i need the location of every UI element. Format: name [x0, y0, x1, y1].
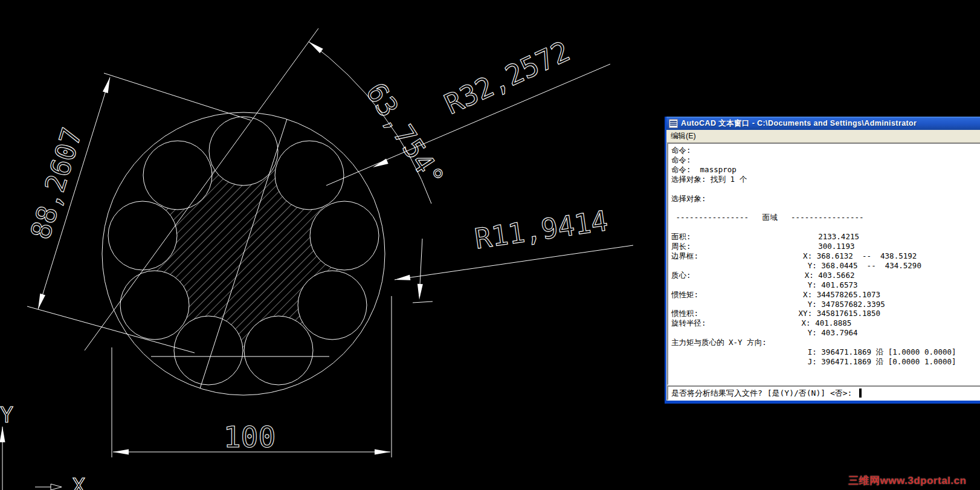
dim-text-radius-inner: R11,9414: [472, 204, 610, 255]
dim-text-radius-outer: R32,2572: [439, 34, 575, 121]
dim-text-length: 100: [224, 420, 276, 454]
console-output-area[interactable]: 命令: 命令: 命令: massprop 选择对象: 找到 1 个 选择对象: …: [667, 143, 980, 385]
window-title: AutoCAD 文本窗口 - C:\Documents and Settings…: [681, 118, 917, 129]
autocad-text-window: AutoCAD 文本窗口 - C:\Documents and Settings…: [665, 117, 980, 404]
angle-ext-stub: [413, 301, 433, 303]
text-cursor: [859, 388, 862, 398]
tangent-line-top: [104, 73, 251, 120]
menu-edit[interactable]: 编辑(E): [666, 131, 700, 142]
dim-text-width: 88,2607: [24, 124, 88, 243]
cad-drawing-viewport[interactable]: 88,2607 R32,2572 R11,9414 63,754° 100 Y …: [0, 0, 668, 490]
autocad-main-canvas: 88,2607 R32,2572 R11,9414 63,754° 100 Y …: [0, 0, 980, 490]
dim-text-angle: 63,754°: [359, 77, 451, 193]
titlebar[interactable]: AutoCAD 文本窗口 - C:\Documents and Settings…: [666, 117, 980, 130]
menubar: 编辑(E): [666, 130, 980, 143]
ucs-icon: Y X: [0, 402, 85, 490]
console-text: 命令: 命令: 命令: massprop 选择对象: 找到 1 个 选择对象: …: [671, 146, 980, 367]
site-watermark: 三维网www.3dportal.cn: [848, 474, 966, 488]
autocad-text-window-icon: [669, 119, 678, 128]
ucs-y-label: Y: [0, 402, 13, 427]
command-prompt-line[interactable]: 是否将分析结果写入文件? [是(Y)/否(N)] <否>:: [667, 385, 980, 401]
prompt-text: 是否将分析结果写入文件? [是(Y)/否(N)] <否>:: [671, 388, 857, 399]
hatch-region: [139, 148, 350, 359]
ucs-x-arrow: [51, 484, 62, 490]
ucs-x-label: X: [72, 474, 85, 490]
radius-leader-r11: [395, 245, 633, 280]
